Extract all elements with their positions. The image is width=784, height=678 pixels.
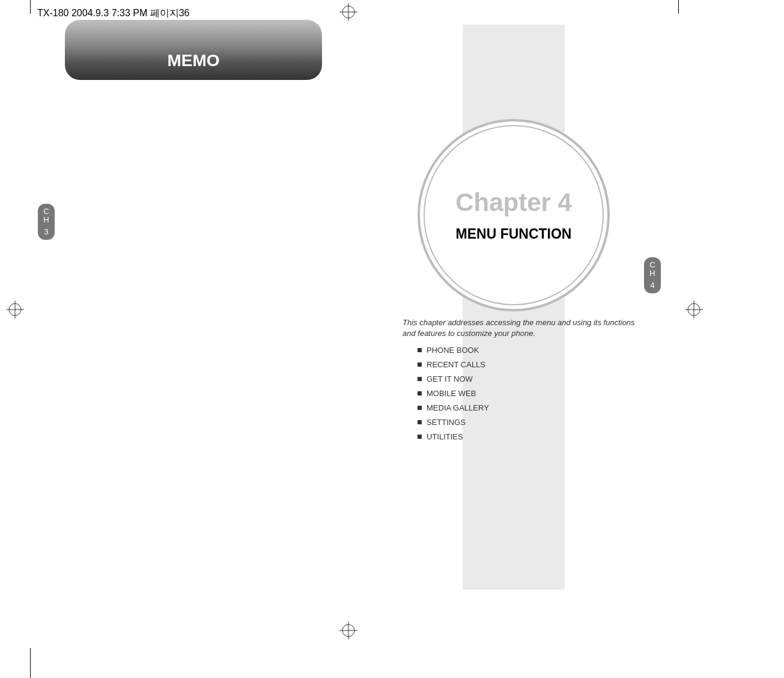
list-item: MOBILE WEB: [418, 389, 489, 398]
tab-letter: C: [43, 207, 49, 216]
tab-number: 4: [650, 281, 654, 290]
chapter-description: This chapter addresses accessing the men…: [403, 317, 643, 339]
chapter-circle: Chapter 4 MENU FUNCTION: [424, 125, 604, 305]
chapter-3-tab: C H 3: [38, 204, 55, 240]
list-item: GET IT NOW: [418, 374, 489, 383]
list-item: PHONE BOOK: [418, 346, 489, 355]
tab-letter: H: [43, 216, 49, 224]
crop-mark: [30, 648, 31, 678]
list-item: SETTINGS: [418, 418, 489, 427]
section-title: MENU FUNCTION: [456, 226, 572, 242]
memo-title: MEMO: [167, 51, 219, 70]
crop-mark: [30, 0, 31, 14]
list-item: RECENT CALLS: [418, 360, 489, 369]
tab-letter: C: [649, 261, 655, 269]
right-page: Chapter 4 MENU FUNCTION C H 4 This chapt…: [381, 14, 733, 651]
memo-banner: MEMO: [65, 20, 322, 80]
menu-items-list: PHONE BOOK RECENT CALLS GET IT NOW MOBIL…: [418, 346, 489, 447]
chapter-label: Chapter 4: [455, 188, 572, 217]
list-item: MEDIA GALLERY: [418, 403, 489, 412]
register-mark-icon: [6, 301, 24, 321]
tab-number: 3: [44, 228, 48, 236]
chapter-4-tab: C H 4: [644, 257, 661, 293]
crop-mark: [678, 0, 679, 14]
list-item: UTILITIES: [418, 432, 489, 441]
tab-letter: H: [649, 269, 655, 278]
left-page: MEMO C H 3 36: [30, 14, 381, 651]
